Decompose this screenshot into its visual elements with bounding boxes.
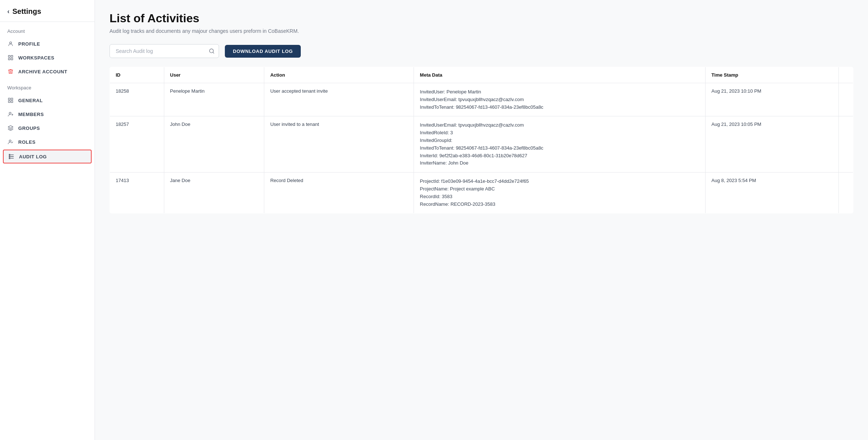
sidebar-header[interactable]: ‹ Settings [0,0,95,22]
sidebar-item-label: ARCHIVE ACCOUNT [18,69,67,74]
svg-point-9 [9,112,11,114]
svg-point-13 [9,140,11,142]
grid-icon [7,54,14,61]
page-subtitle: Audit log tracks and documents any majou… [110,28,853,34]
svg-rect-4 [11,58,13,60]
svg-point-0 [9,42,11,44]
sidebar-item-label: PROFILE [18,41,40,47]
search-icon [209,48,215,54]
svg-line-21 [213,52,214,53]
back-arrow-icon[interactable]: ‹ [7,8,9,15]
list-icon [8,153,15,160]
svg-rect-14 [9,154,10,155]
toolbar: DOWNLOAD AUDIT LOG [110,44,853,58]
search-input[interactable] [110,44,219,58]
cell-action: User accepted tenant invite [264,83,414,116]
search-icon-button[interactable] [209,48,215,54]
sidebar-item-label: GENERAL [18,98,43,103]
sidebar: ‹ Settings Account PROFILE WORKSPACES [0,0,95,440]
main-content: List of Activities Audit log tracks and … [95,0,868,440]
svg-rect-7 [8,101,10,103]
cell-extra [839,173,853,213]
svg-rect-18 [9,158,10,159]
sidebar-item-archive-account[interactable]: ARCHIVE ACCOUNT [0,65,95,78]
col-header-timestamp: Time Stamp [706,67,839,83]
workspace-section-label: Workspace [0,78,95,93]
cell-action: Record Deleted [264,173,414,213]
col-header-action: Action [264,67,414,83]
download-audit-log-button[interactable]: DOWNLOAD AUDIT LOG [225,45,301,58]
svg-rect-5 [8,98,10,100]
col-header-id: ID [110,67,164,83]
col-header-user: User [164,67,264,83]
grid-small-icon [7,97,14,104]
cell-action: User invited to a tenant [264,116,414,173]
table-row: 18258 Penelope Martin User accepted tena… [110,83,853,116]
sidebar-item-label: ROLES [18,139,35,145]
cell-timestamp: Aug 8, 2023 5:54 PM [706,173,839,213]
svg-rect-6 [11,98,13,100]
trash-icon [7,68,14,75]
cell-user: Jane Doe [164,173,264,213]
page-title: List of Activities [110,12,853,25]
col-header-extra [839,67,853,83]
person-icon [7,40,14,47]
svg-rect-8 [11,101,13,103]
cell-metadata: InvitedUserEmail: tpvuquxjbllhvzqacz@caz… [414,116,706,173]
table-header-row: ID User Action Meta Data Time Stamp [110,67,853,83]
table-row: 18257 John Doe User invited to a tenant … [110,116,853,173]
sidebar-item-general[interactable]: GENERAL [0,93,95,107]
svg-rect-1 [8,55,10,57]
cell-timestamp: Aug 21, 2023 10:05 PM [706,116,839,173]
sidebar-item-label: GROUPS [18,126,40,131]
cell-user: Penelope Martin [164,83,264,116]
sidebar-item-label: MEMBERS [18,112,44,117]
person-check-icon [7,139,14,145]
sidebar-item-profile[interactable]: PROFILE [0,37,95,51]
audit-log-table: ID User Action Meta Data Time Stamp 1825… [110,67,853,213]
cell-metadata: ProjectId: f1e03e09-9454-4a1e-bcc7-d4dd2… [414,173,706,213]
cell-extra [839,83,853,116]
sidebar-item-roles[interactable]: ROLES [0,135,95,149]
svg-marker-12 [8,126,13,128]
person-add-icon [7,111,14,117]
cell-id: 17413 [110,173,164,213]
sidebar-item-groups[interactable]: GROUPS [0,121,95,135]
account-section-label: Account [0,22,95,37]
sidebar-item-audit-log[interactable]: AUDIT LOG [3,150,92,163]
cell-extra [839,116,853,173]
table-row: 17413 Jane Doe Record Deleted ProjectId:… [110,173,853,213]
cell-id: 18258 [110,83,164,116]
layers-icon [7,125,14,131]
cell-user: John Doe [164,116,264,173]
sidebar-item-label: AUDIT LOG [19,154,47,159]
svg-rect-16 [9,156,10,157]
svg-rect-2 [11,55,13,57]
svg-rect-3 [8,58,10,60]
search-wrapper [110,44,219,58]
settings-title: Settings [12,7,41,16]
col-header-metadata: Meta Data [414,67,706,83]
cell-timestamp: Aug 21, 2023 10:10 PM [706,83,839,116]
sidebar-item-members[interactable]: MEMBERS [0,107,95,121]
cell-id: 18257 [110,116,164,173]
sidebar-item-label: WORKSPACES [18,55,54,61]
cell-metadata: InvitedUser: Penelope MartinInvitedUserE… [414,83,706,116]
sidebar-item-workspaces[interactable]: WORKSPACES [0,51,95,65]
